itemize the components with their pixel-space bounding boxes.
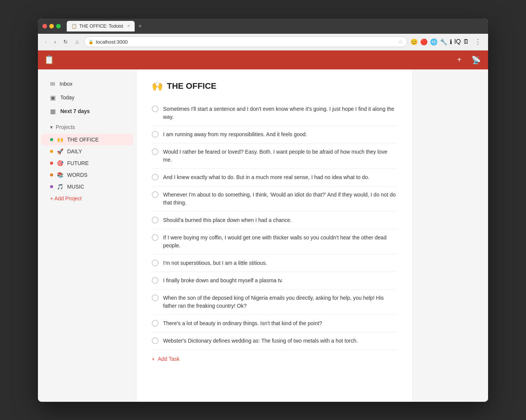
next7days-label: Next 7 days xyxy=(60,108,90,114)
task-item[interactable]: When the son of the deposed king of Nige… xyxy=(152,289,397,315)
task-item[interactable]: There's a lot of beauty in ordinary thin… xyxy=(152,315,397,332)
close-button[interactable] xyxy=(42,24,47,28)
minimize-button[interactable] xyxy=(49,24,54,28)
add-task-button[interactable]: + Add Task xyxy=(152,351,397,367)
task-text-8: I'm not superstitious, but I am a little… xyxy=(163,259,397,267)
add-project-button[interactable]: + Add Project xyxy=(41,193,133,204)
project-emoji-the-office: 🙌 xyxy=(57,137,63,143)
task-checkbox-1[interactable] xyxy=(152,105,159,112)
task-text-3: Would I rather be feared or loved? Easy.… xyxy=(163,148,397,164)
ext-7-icon[interactable]: 🗓 xyxy=(463,38,469,45)
forward-button[interactable]: › xyxy=(52,37,58,46)
task-text-6: Should'a burned this place down when I h… xyxy=(163,216,397,224)
ext-3-icon[interactable]: 🌐 xyxy=(430,38,438,46)
task-checkbox-8[interactable] xyxy=(152,260,159,266)
task-text-5: Whenever I'm about to do something, I th… xyxy=(163,191,397,207)
project-emoji-words: 📚 xyxy=(57,172,63,178)
task-text-4: And I knew exactly what to do. But in a … xyxy=(163,173,397,181)
extensions-bar: 😊 🔴 🌐 🔧 ℹ IQ 🗓 xyxy=(410,38,469,46)
bookmark-icon[interactable]: ☆ xyxy=(398,39,403,45)
sidebar-item-the-office[interactable]: 🙌 THE OFFICE xyxy=(41,134,133,145)
sidebar-item-next7days[interactable]: ▦ Next 7 days xyxy=(41,105,133,118)
maximize-button[interactable] xyxy=(56,24,61,28)
sidebar-item-future[interactable]: 🎯 FUTURE xyxy=(41,157,133,169)
home-button[interactable]: ⌂ xyxy=(73,37,81,46)
task-item[interactable]: I'm not superstitious, but I am a little… xyxy=(152,255,397,272)
next7days-icon: ▦ xyxy=(50,108,56,115)
feed-button[interactable]: 📡 xyxy=(470,54,482,66)
nav-bar: ‹ › ↻ ⌂ 🔒 localhost:3000 ☆ 😊 🔴 🌐 🔧 ℹ IQ … xyxy=(38,34,488,50)
task-checkbox-5[interactable] xyxy=(152,191,159,198)
project-label-future: FUTURE xyxy=(67,160,89,166)
sidebar-item-today[interactable]: ▣ Today xyxy=(41,91,133,104)
task-checkbox-12[interactable] xyxy=(152,337,159,344)
task-item[interactable]: Whenever I'm about to do something, I th… xyxy=(152,186,397,212)
projects-chevron-icon: ▾ xyxy=(50,124,53,130)
app-header: 📋 + 📡 xyxy=(38,50,488,69)
task-checkbox-10[interactable] xyxy=(152,294,159,301)
right-panel xyxy=(412,69,488,402)
back-button[interactable]: ‹ xyxy=(42,37,49,46)
ext-6-icon[interactable]: IQ xyxy=(454,38,461,45)
inbox-label: Inbox xyxy=(60,81,72,87)
task-item[interactable]: If I were buying my coffin, I would get … xyxy=(152,229,397,255)
project-emoji-daily: 🚀 xyxy=(57,148,63,154)
task-item[interactable]: I am running away from my responsibiliti… xyxy=(152,126,397,143)
address-bar[interactable]: 🔒 localhost:3000 ☆ xyxy=(84,36,407,47)
url-text: localhost:3000 xyxy=(96,39,396,45)
task-checkbox-3[interactable] xyxy=(152,148,159,155)
projects-section-label: Projects xyxy=(56,124,75,130)
task-item[interactable]: Sometimes I'll start a sentence and I do… xyxy=(152,101,397,126)
task-checkbox-2[interactable] xyxy=(152,131,159,138)
task-text-9: I finally broke down and bought myself a… xyxy=(163,277,397,285)
project-title-text: THE OFFICE xyxy=(167,81,217,91)
browser-menu-button[interactable]: ⋮ xyxy=(472,37,484,47)
add-task-header-button[interactable]: + xyxy=(453,54,465,66)
task-item[interactable]: Should'a burned this place down when I h… xyxy=(152,212,397,229)
sidebar-item-daily[interactable]: 🚀 DAILY xyxy=(41,146,133,157)
project-label-music: MUSIC xyxy=(67,184,84,190)
tab-title: THE OFFICE: Todoist xyxy=(79,24,123,29)
ext-1-icon[interactable]: 😊 xyxy=(410,38,418,46)
project-dot-the-office xyxy=(50,138,53,141)
task-checkbox-6[interactable] xyxy=(152,217,159,223)
sidebar: ✉ Inbox ▣ Today ▦ Next 7 days ▾ Projects xyxy=(38,69,137,402)
sidebar-item-inbox[interactable]: ✉ Inbox xyxy=(41,77,133,91)
task-area: 🙌 THE OFFICE Sometimes I'll start a sent… xyxy=(137,69,412,402)
task-item[interactable]: I finally broke down and bought myself a… xyxy=(152,272,397,289)
project-list: 🙌 THE OFFICE 🚀 DAILY 🎯 FUTURE 📚 WORDS 🎵 … xyxy=(38,134,136,192)
project-dot-music xyxy=(50,185,53,188)
project-dot-words xyxy=(50,173,53,176)
task-checkbox-7[interactable] xyxy=(152,234,159,241)
project-emoji-future: 🎯 xyxy=(57,160,63,166)
new-tab-button[interactable]: + xyxy=(136,23,144,30)
sidebar-item-words[interactable]: 📚 WORDS xyxy=(41,169,133,181)
task-checkbox-11[interactable] xyxy=(152,320,159,327)
task-text-10: When the son of the deposed king of Nige… xyxy=(163,294,397,310)
task-list: Sometimes I'll start a sentence and I do… xyxy=(152,101,397,350)
project-dot-daily xyxy=(50,150,53,153)
task-item[interactable]: Webster's Dictionary defines wedding as:… xyxy=(152,332,397,350)
traffic-lights xyxy=(42,24,61,28)
tab-close-button[interactable]: ✕ xyxy=(127,24,130,28)
tab-bar: 📋 THE OFFICE: Todoist ✕ + xyxy=(67,21,484,31)
active-tab[interactable]: 📋 THE OFFICE: Todoist ✕ xyxy=(67,21,135,31)
sidebar-item-music[interactable]: 🎵 MUSIC xyxy=(41,181,133,192)
app-container: 📋 + 📡 ✉ Inbox ▣ Today ▦ Next 7 da xyxy=(38,50,488,402)
task-text-12: Webster's Dictionary defines wedding as:… xyxy=(163,337,397,345)
project-label-the-office: THE OFFICE xyxy=(67,137,99,143)
ext-2-icon[interactable]: 🔴 xyxy=(420,38,428,46)
project-label-daily: DAILY xyxy=(67,148,82,154)
reload-button[interactable]: ↻ xyxy=(61,37,70,46)
ext-5-icon[interactable]: ℹ xyxy=(450,38,452,46)
projects-section-header[interactable]: ▾ Projects xyxy=(41,121,133,133)
task-checkbox-9[interactable] xyxy=(152,277,159,284)
task-checkbox-4[interactable] xyxy=(152,174,159,181)
task-item[interactable]: And I knew exactly what to do. But in a … xyxy=(152,169,397,186)
ext-4-icon[interactable]: 🔧 xyxy=(440,38,447,46)
today-label: Today xyxy=(60,94,74,101)
task-item[interactable]: Would I rather be feared or loved? Easy.… xyxy=(152,143,397,169)
task-text-11: There's a lot of beauty in ordinary thin… xyxy=(163,319,397,327)
project-dot-future xyxy=(50,162,53,165)
task-text-7: If I were buying my coffin, I would get … xyxy=(163,234,397,250)
